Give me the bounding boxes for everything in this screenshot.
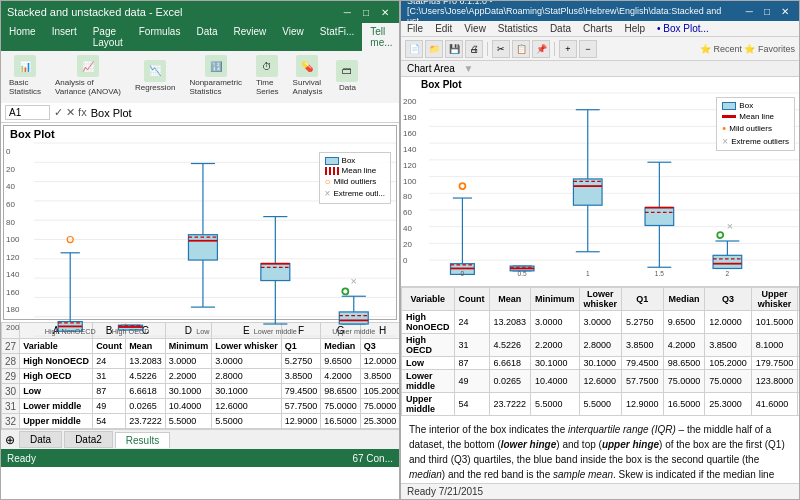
cell-31-1: 49 xyxy=(93,399,126,414)
cell-32-5: 12.9000 xyxy=(281,414,321,429)
anova-btn[interactable]: 📈 Analysis ofVariance (ANOVA) xyxy=(51,53,125,98)
sp-maximize-btn[interactable]: □ xyxy=(760,6,774,17)
cell-32-2: 23.7222 xyxy=(126,414,166,429)
sp-col-min: Minimum xyxy=(531,288,580,311)
sp-menu-edit[interactable]: Edit xyxy=(429,21,458,36)
sp-window-controls: ─ □ ✕ xyxy=(742,6,793,17)
row-header-32: 32 xyxy=(2,414,20,429)
svg-rect-36 xyxy=(261,264,290,281)
cell-29-7: 3.8500 xyxy=(360,369,399,384)
sp-menu-data[interactable]: Data xyxy=(544,21,577,36)
sp-zoom-out-btn[interactable]: − xyxy=(579,40,597,58)
excel-title: Stacked and unstacked data - Excel xyxy=(7,6,183,18)
sp-cell-0-3: 3.0000 xyxy=(531,311,580,334)
sheet-tab-data[interactable]: Data xyxy=(19,431,62,448)
sp-cell-3-8: 123.8000 xyxy=(751,370,798,393)
close-btn[interactable]: ✕ xyxy=(377,7,393,18)
sp-cell-2-3: 30.1000 xyxy=(531,357,580,370)
sp-menu-help[interactable]: Help xyxy=(618,21,651,36)
tab-statfi[interactable]: StatFi... xyxy=(312,23,362,51)
sp-cell-4-5: 12.9000 xyxy=(622,393,664,416)
minimize-btn[interactable]: ─ xyxy=(340,7,355,18)
time-series-btn[interactable]: ⏱ TimeSeries xyxy=(252,53,283,98)
svg-rect-29 xyxy=(188,235,217,260)
cell-29-5: 3.8500 xyxy=(281,369,321,384)
sp-text-panel: The interior of the box indicates the in… xyxy=(401,416,799,483)
sp-menu-view[interactable]: View xyxy=(458,21,492,36)
sp-cell-0-2: 13.2083 xyxy=(489,311,531,334)
svg-text:×: × xyxy=(727,220,733,232)
sp-cell-1-3: 2.2000 xyxy=(531,334,580,357)
sp-minimize-btn[interactable]: ─ xyxy=(742,6,757,17)
tab-formulas[interactable]: Formulas xyxy=(131,23,189,51)
sp-legend-extreme: × Extreme outliers xyxy=(722,136,789,147)
svg-text:2: 2 xyxy=(726,270,730,277)
sp-copy-btn[interactable]: 📋 xyxy=(512,40,530,58)
sp-recent-label: ⭐ Recent ⭐ Favorites xyxy=(700,44,795,54)
sp-new-btn[interactable]: 📄 xyxy=(405,40,423,58)
svg-point-47 xyxy=(342,288,348,294)
sp-cell-4-7: 25.3000 xyxy=(705,393,752,416)
svg-rect-92 xyxy=(713,255,742,268)
new-sheet-btn[interactable]: ⊕ xyxy=(5,433,15,447)
tab-home-active[interactable]: Tell me... xyxy=(362,23,400,51)
cell-31-5: 57.7500 xyxy=(281,399,321,414)
svg-text:0: 0 xyxy=(461,270,465,277)
formula-input[interactable] xyxy=(91,107,395,119)
sp-cut-btn[interactable]: ✂ xyxy=(492,40,510,58)
sp-close-btn[interactable]: ✕ xyxy=(777,6,793,17)
sp-open-btn[interactable]: 📁 xyxy=(425,40,443,58)
cell-28-0: High NonOECD xyxy=(20,354,93,369)
sp-print-btn[interactable]: 🖨 xyxy=(465,40,483,58)
maximize-btn[interactable]: □ xyxy=(359,7,373,18)
sp-cell-0-1: 24 xyxy=(454,311,489,334)
sp-svg-container: 0 0.5 1 xyxy=(429,92,799,279)
sp-menu-charts[interactable]: Charts xyxy=(577,21,618,36)
sp-menu-statistics[interactable]: Statistics xyxy=(492,21,544,36)
sp-cell-4-4: 5.5000 xyxy=(579,393,622,416)
svg-text:0.5: 0.5 xyxy=(518,270,527,277)
sp-cell-3-3: 10.4000 xyxy=(531,370,580,393)
regression-btn[interactable]: 📉 Regression xyxy=(131,58,179,94)
survival-btn[interactable]: 💊 SurvivalAnalysis xyxy=(289,53,327,98)
sp-zoom-in-btn[interactable]: + xyxy=(559,40,577,58)
sp-chart: Box Plot 0 20 40 60 80 100 120 140 160 1… xyxy=(401,77,799,287)
sp-legend-mean-color xyxy=(722,115,736,118)
sp-cell-0-8: 101.5000 xyxy=(751,311,798,334)
sp-col-q3: Q3 xyxy=(705,288,752,311)
tab-review[interactable]: Review xyxy=(226,23,275,51)
excel-status-info: 67 Con... xyxy=(352,453,393,464)
tab-home[interactable]: Home xyxy=(1,23,44,51)
sp-menu-file[interactable]: File xyxy=(401,21,429,36)
sp-cell-2-4: 30.1000 xyxy=(579,357,622,370)
tab-page-layout[interactable]: Page Layout xyxy=(85,23,131,51)
row-header-28: 28 xyxy=(2,354,20,369)
cell-30-6: 98.6500 xyxy=(321,384,361,399)
basic-stats-btn[interactable]: 📊 BasicStatistics xyxy=(5,53,45,98)
nonparametric-btn[interactable]: 🔢 NonparametricStatistics xyxy=(185,53,245,98)
sp-cell-2-2: 6.6618 xyxy=(489,357,531,370)
tab-data[interactable]: Data xyxy=(188,23,225,51)
sheet-tab-results[interactable]: Results xyxy=(115,432,170,448)
excel-chart-title: Box Plot xyxy=(4,126,396,142)
basic-stats-icon: 📊 xyxy=(14,55,36,77)
name-box[interactable] xyxy=(5,105,50,120)
tab-view[interactable]: View xyxy=(274,23,312,51)
cell-30-4: 30.1000 xyxy=(212,384,282,399)
excel-data-table: A B C D E F G H I J 27VariableCountMeanM… xyxy=(1,322,399,429)
sp-menu-boxplot[interactable]: • Box Plot... xyxy=(651,21,715,36)
formula-bar: ✓ ✕ fx xyxy=(1,103,399,123)
sp-cell-0-4: 3.0000 xyxy=(579,311,622,334)
data-btn[interactable]: 🗃 Data xyxy=(332,58,362,94)
sp-paste-btn[interactable]: 📌 xyxy=(532,40,550,58)
sheet-tab-data2[interactable]: Data2 xyxy=(64,431,113,448)
cell-31-4: 12.6000 xyxy=(212,399,282,414)
svg-text:High NonOECD: High NonOECD xyxy=(45,327,96,336)
sp-save-btn[interactable]: 💾 xyxy=(445,40,463,58)
cell-27-4: Lower whisker xyxy=(212,339,282,354)
sp-cell-4-2: 23.7222 xyxy=(489,393,531,416)
sp-col-max: Maximum xyxy=(798,288,799,311)
sp-cell-0-0: High NonOECD xyxy=(402,311,455,334)
sp-data-table: Variable Count Mean Minimum Lower whiske… xyxy=(401,287,799,416)
tab-insert[interactable]: Insert xyxy=(44,23,85,51)
